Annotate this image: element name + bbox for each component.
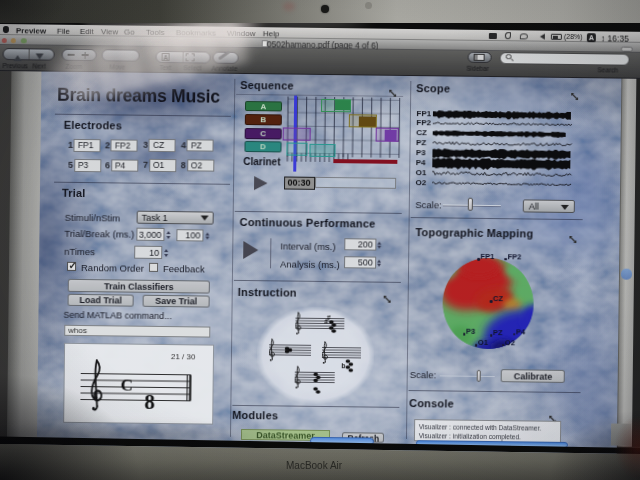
svg-text:b: b [341,362,345,369]
svg-text:#: # [326,314,330,321]
